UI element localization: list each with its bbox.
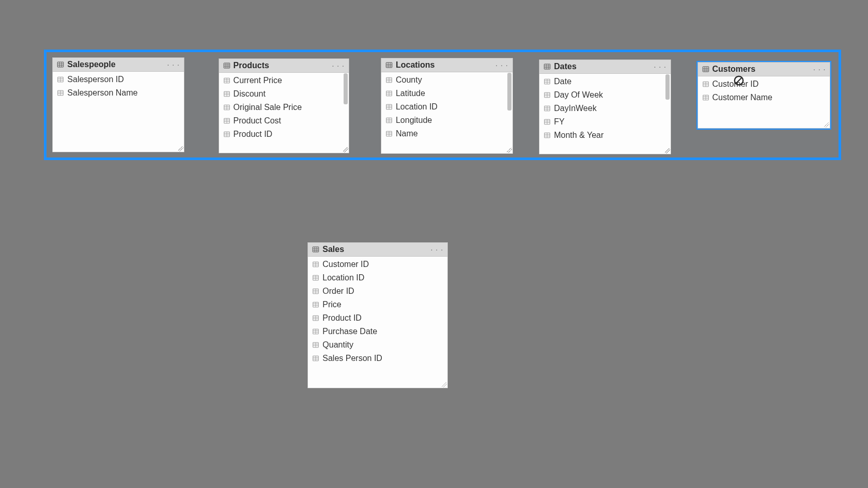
table-header[interactable]: Products· · · [219, 59, 349, 73]
column-icon [312, 301, 319, 308]
table-title: Locations [396, 60, 491, 70]
column-icon [544, 132, 551, 139]
more-options-icon[interactable]: · · · [430, 246, 444, 253]
field-label: Customer ID [712, 80, 759, 89]
table-icon [57, 61, 64, 68]
field-label: Day Of Week [554, 90, 603, 100]
column-icon [385, 130, 393, 137]
table-header[interactable]: Dates· · · [539, 60, 671, 74]
fields-list[interactable]: Customer IDLocation IDOrder IDPriceProdu… [308, 257, 447, 388]
field-row[interactable]: Location ID [308, 271, 447, 285]
column-icon [702, 81, 709, 88]
field-row[interactable]: Latitude [381, 87, 513, 100]
table-card-dates[interactable]: Dates· · ·DateDay Of WeekDayInWeekFYMont… [539, 59, 671, 154]
field-row[interactable]: Name [381, 127, 513, 140]
field-row[interactable]: Product ID [308, 311, 447, 325]
field-label: Current Price [234, 76, 282, 85]
field-label: Salesperson ID [67, 75, 123, 84]
fields-list[interactable]: DateDay Of WeekDayInWeekFYMonth & Year [539, 74, 671, 154]
field-row[interactable]: Location ID [381, 100, 513, 114]
field-row[interactable]: Purchase Date [308, 325, 447, 338]
field-label: FY [554, 117, 564, 127]
column-icon [312, 288, 319, 295]
table-title: Dates [554, 62, 649, 71]
field-label: Product ID [234, 130, 273, 139]
more-options-icon[interactable]: · · · [331, 62, 345, 69]
field-row[interactable]: Discount [219, 87, 349, 101]
scrollbar[interactable] [665, 74, 670, 152]
more-options-icon[interactable]: · · · [812, 66, 827, 73]
field-label: Date [554, 77, 571, 86]
table-icon [312, 246, 319, 253]
scrollbar[interactable] [507, 73, 512, 152]
field-row[interactable]: Product ID [219, 128, 349, 141]
field-label: DayInWeek [554, 104, 596, 113]
column-icon [385, 76, 393, 84]
column-icon [312, 314, 319, 322]
field-label: Discount [234, 89, 266, 99]
fields-list[interactable]: Current PriceDiscountOriginal Sale Price… [219, 73, 349, 153]
field-label: Customer Name [712, 93, 772, 102]
column-icon [385, 90, 393, 97]
table-header[interactable]: Sales· · · [308, 243, 447, 257]
table-title: Salespeople [67, 60, 163, 69]
field-label: Order ID [322, 287, 354, 296]
field-row[interactable]: DayInWeek [539, 102, 671, 115]
field-row[interactable]: Product Cost [219, 114, 349, 128]
field-row[interactable]: County [381, 73, 513, 87]
field-row[interactable]: Sales Person ID [308, 352, 447, 365]
column-icon [223, 77, 230, 84]
table-card-locations[interactable]: Locations· · ·CountyLatitudeLocation IDL… [381, 58, 513, 154]
field-row[interactable]: FY [539, 115, 671, 129]
field-row[interactable]: Customer ID [698, 77, 830, 91]
table-card-salespeople[interactable]: Salespeople· · ·Salesperson IDSalesperso… [52, 57, 184, 152]
scrollbar-thumb[interactable] [344, 73, 348, 104]
fields-list[interactable]: Salesperson IDSalesperson Name [53, 72, 184, 152]
field-label: Longitude [396, 116, 432, 125]
table-title: Sales [322, 245, 426, 254]
column-icon [385, 103, 393, 111]
field-row[interactable]: Customer Name [698, 91, 830, 104]
field-row[interactable]: Original Sale Price [219, 101, 349, 114]
field-row[interactable]: Salesperson ID [53, 73, 184, 86]
table-card-products[interactable]: Products· · ·Current PriceDiscountOrigin… [219, 58, 349, 153]
field-label: Product ID [322, 313, 362, 323]
column-icon [312, 355, 319, 362]
table-card-customers[interactable]: Customers· · ·Customer IDCustomer Name [698, 62, 831, 129]
more-options-icon[interactable]: · · · [494, 61, 509, 69]
field-row[interactable]: Price [308, 298, 447, 311]
field-label: Sales Person ID [322, 354, 382, 363]
table-title: Customers [712, 65, 809, 74]
scrollbar[interactable] [344, 73, 348, 151]
field-row[interactable]: Date [539, 75, 671, 88]
field-label: Month & Year [554, 131, 603, 140]
field-label: Location ID [322, 273, 364, 282]
field-row[interactable]: Month & Year [539, 129, 671, 142]
column-icon [312, 261, 319, 268]
fields-list[interactable]: Customer IDCustomer Name [698, 76, 830, 128]
more-options-icon[interactable]: · · · [166, 61, 181, 68]
table-header[interactable]: Locations· · · [381, 58, 513, 72]
scrollbar-thumb[interactable] [665, 74, 670, 99]
model-canvas[interactable]: Salespeople· · ·Salesperson IDSalesperso… [0, 0, 868, 488]
table-header[interactable]: Salespeople· · · [53, 58, 184, 72]
field-row[interactable]: Quantity [308, 338, 447, 352]
column-icon [544, 105, 551, 112]
field-row[interactable]: Customer ID [308, 258, 447, 271]
more-options-icon[interactable]: · · · [653, 63, 667, 70]
field-label: Quantity [322, 340, 353, 350]
field-row[interactable]: Day Of Week [539, 88, 671, 102]
table-icon [702, 66, 709, 73]
fields-list[interactable]: CountyLatitudeLocation IDLongitudeName [381, 72, 513, 154]
field-row[interactable]: Current Price [219, 74, 349, 87]
table-card-sales[interactable]: Sales· · ·Customer IDLocation IDOrder ID… [307, 242, 448, 388]
field-row[interactable]: Salesperson Name [53, 86, 184, 100]
column-icon [544, 91, 551, 99]
field-row[interactable]: Longitude [381, 114, 513, 127]
field-label: Latitude [396, 89, 425, 98]
table-icon [223, 62, 230, 69]
table-header[interactable]: Customers· · · [698, 62, 830, 76]
field-row[interactable]: Order ID [308, 285, 447, 298]
scrollbar-thumb[interactable] [507, 73, 512, 111]
field-label: Product Cost [234, 116, 281, 125]
